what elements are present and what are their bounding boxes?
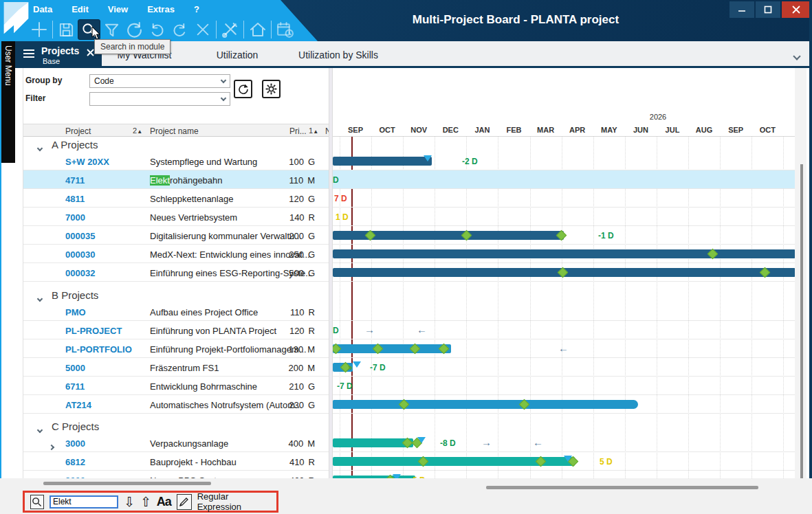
search-input[interactable] xyxy=(50,495,118,509)
project-name-cell: Schleppkettenanlage xyxy=(150,194,233,204)
month-label: JAN xyxy=(474,126,490,134)
minimize-icon xyxy=(738,5,746,14)
group-collapse-chevron-icon[interactable] xyxy=(38,141,42,153)
menu-item-help[interactable]: ? xyxy=(193,2,201,16)
project-name-cell: Elektrohängebahn xyxy=(150,175,223,186)
tab-projects-active[interactable]: Projects Base xyxy=(15,41,102,68)
gantt-bar[interactable] xyxy=(333,438,413,447)
priority-cell: 210G xyxy=(267,381,315,392)
row-separator xyxy=(23,207,795,208)
project-id-link[interactable]: 4711 xyxy=(65,175,85,186)
project-name-cell: Systempflege und Wartung xyxy=(150,157,257,167)
settings-gear-icon[interactable] xyxy=(262,80,281,98)
priority-cell: 140R xyxy=(267,212,315,223)
hamburger-icon[interactable] xyxy=(23,49,34,60)
month-label: JUL xyxy=(666,126,680,134)
project-id-link[interactable]: AT214 xyxy=(65,400,91,410)
close-icon[interactable] xyxy=(191,19,214,40)
project-id-link[interactable]: 000032 xyxy=(65,268,95,278)
group-collapse-chevron-icon[interactable] xyxy=(38,291,42,304)
gantt-bar[interactable] xyxy=(333,157,432,166)
menu-item-view[interactable]: View xyxy=(107,2,129,16)
gantt-bar[interactable] xyxy=(333,344,451,353)
planta-window: DataEditViewExtras? Multi-Project Board … xyxy=(0,0,812,514)
col-project[interactable]: Project xyxy=(65,126,91,136)
select-chevron-icon xyxy=(221,78,226,83)
redo-icon[interactable] xyxy=(168,19,191,40)
maximize-button[interactable] xyxy=(756,1,780,18)
month-label: JUN xyxy=(633,126,648,134)
project-id-link[interactable]: PL-PORTFOLIO xyxy=(65,344,132,355)
filter-select[interactable] xyxy=(89,92,230,106)
table-left-border xyxy=(23,68,23,478)
month-label: OCT xyxy=(760,126,776,134)
title-bar: DataEditViewExtras? Multi-Project Board … xyxy=(0,0,812,41)
minimize-button[interactable] xyxy=(729,1,754,18)
menu-item-data[interactable]: Data xyxy=(32,2,54,16)
priority-cell: 410R xyxy=(267,457,315,467)
col-project-name[interactable]: Project name xyxy=(150,126,199,136)
priority-cell: 130M xyxy=(267,344,315,355)
tabbar-chevron-down-icon[interactable] xyxy=(794,49,800,62)
project-name-cell: Bauprojekt - Hochbau xyxy=(150,457,237,467)
mouse-cursor xyxy=(91,27,102,41)
group-by-select[interactable]: Code xyxy=(89,74,230,88)
save-icon[interactable] xyxy=(55,19,78,40)
gantt-bar[interactable] xyxy=(333,249,795,258)
table-hscrollbar-thumb[interactable] xyxy=(43,482,211,485)
expand-chevron-icon[interactable] xyxy=(50,440,54,452)
search-icon[interactable] xyxy=(30,495,44,509)
home-icon[interactable] xyxy=(246,19,269,40)
group-label: A Projects xyxy=(52,139,98,150)
plus-icon[interactable] xyxy=(28,19,50,40)
calendar-clock-icon[interactable] xyxy=(274,19,296,40)
month-label: APR xyxy=(569,126,585,134)
project-id-link[interactable]: PL-PROJECT xyxy=(65,326,122,336)
match-case-button[interactable]: Aa xyxy=(157,495,171,509)
tab-close-icon[interactable] xyxy=(87,47,94,59)
menu-item-edit[interactable]: Edit xyxy=(70,2,90,16)
row-separator xyxy=(23,244,795,245)
priority-cell: 400M xyxy=(267,438,315,449)
gantt-hscrollbar-thumb[interactable] xyxy=(486,486,758,489)
gantt-bar[interactable] xyxy=(333,400,638,409)
search-match-highlight: Elekt xyxy=(150,175,170,186)
project-id-link[interactable]: 000030 xyxy=(65,249,95,260)
project-id-link[interactable]: PMO xyxy=(65,307,86,317)
group-collapse-chevron-icon[interactable] xyxy=(38,423,42,435)
project-name-cell: Aufbau eines Project Office xyxy=(150,307,258,317)
refresh-icon[interactable] xyxy=(123,19,146,40)
project-id-link[interactable]: 7000 xyxy=(65,212,85,223)
col-priority[interactable]: Pri... xyxy=(289,126,307,136)
close-button[interactable] xyxy=(782,1,810,18)
priority-cell: 250G xyxy=(267,249,315,260)
refresh-boxed-icon[interactable] xyxy=(234,80,252,98)
month-label: MAY xyxy=(601,126,617,134)
find-next-arrow-down-icon[interactable]: ⇩ xyxy=(124,495,135,509)
delay-label: D xyxy=(333,175,339,185)
project-id-link[interactable]: S+W 20XX xyxy=(65,157,109,167)
vertical-scrollbar-thumb[interactable] xyxy=(800,164,803,514)
tab-utilization-by-skills[interactable]: Utilization by Skills xyxy=(298,41,378,68)
col-priority-sort[interactable]: 1▲ xyxy=(309,126,318,135)
project-id-link[interactable]: 000035 xyxy=(65,231,95,241)
vertical-scrollbar-track[interactable] xyxy=(795,68,806,478)
project-id-link[interactable]: 3000 xyxy=(65,438,85,449)
highlighter-icon[interactable] xyxy=(177,494,192,510)
pane-splitter[interactable] xyxy=(329,68,333,478)
project-id-link[interactable]: 5000 xyxy=(65,363,85,373)
user-menu-strip[interactable]: User Menu xyxy=(1,41,15,163)
find-prev-arrow-up-icon[interactable]: ⇧ xyxy=(140,495,151,509)
filter-icon[interactable] xyxy=(100,19,123,40)
row-separator xyxy=(23,225,795,226)
tab-utilization[interactable]: Utilization xyxy=(217,41,259,68)
project-id-link[interactable]: 4811 xyxy=(65,194,85,204)
project-id-link[interactable]: 6711 xyxy=(65,381,85,392)
priority-cell: 110R xyxy=(267,307,315,317)
project-id-link[interactable]: 6812 xyxy=(65,457,85,467)
menu-item-extras[interactable]: Extras xyxy=(146,2,176,16)
col-project-sort[interactable]: 2▲ xyxy=(133,126,142,135)
tools-icon[interactable] xyxy=(219,19,241,40)
undo-icon[interactable] xyxy=(146,19,168,40)
month-label: FEB xyxy=(507,126,522,134)
